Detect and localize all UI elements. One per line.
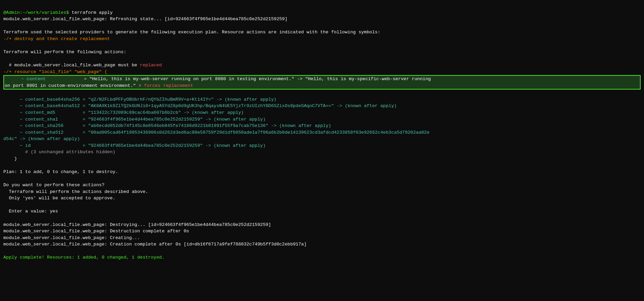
prompt: @Admin:~/work/variables$ — [3, 10, 69, 15]
id-field: ~ id = "924663f4f965e1be4d44bea785c0e252… — [20, 143, 266, 148]
apply-complete: Apply complete! Resources: 1 added, 0 ch… — [3, 255, 165, 260]
destroy-symbol: -/+ destroy and then create replacement — [3, 36, 110, 41]
content-highlighted: ~ content = "Hello, this is my-web-serve… — [3, 75, 641, 90]
must-be-replaced-comment: # module.web_server.local_file.web_page … — [3, 63, 140, 68]
creating-line: module.web_server.local_file.web_page: C… — [3, 235, 140, 240]
content-md5: ~ content_md5 = "113422c732089c89cac64ba… — [20, 110, 244, 115]
command: terraform apply — [69, 10, 113, 15]
creation-complete: module.web_server.local_file.web_page: C… — [3, 242, 306, 247]
destruction-complete: module.web_server.local_file.web_page: D… — [3, 229, 189, 234]
enter-value: Enter a value: yes — [9, 209, 58, 214]
terraform-info: Terraform used the selected providers to… — [3, 30, 380, 35]
replaced-keyword: replaced — [140, 63, 162, 68]
plan-line: Plan: 1 to add, 0 to change, 1 to destro… — [3, 169, 118, 174]
content-sha1: ~ content_sha1 = "924663f4f965e1be4d44be… — [20, 117, 266, 122]
terraform-will-perform: Terraform will perform the actions descr… — [9, 189, 148, 194]
destroying-line: module.web_server.local_file.web_page: D… — [3, 222, 271, 227]
refresh-line: module.web_server.local_file.web_page: R… — [3, 16, 288, 22]
content-base64sha512: ~ content_base64sha512 = "AK0AXK1k8ZlTQ2… — [20, 103, 397, 108]
resource-block: -/+ resource "local_file" "web_page" { — [3, 69, 107, 74]
do-you-want: Do you want to perform these actions? — [3, 182, 105, 188]
content-base64sha256: ~ content_base64sha256 = "q2/N2FLbdPFFyO… — [20, 97, 277, 102]
terminal-output: @Admin:~/work/variables$ terraform apply… — [3, 3, 641, 261]
unchanged-attrs: # (3 unchanged attributes hidden) — [25, 149, 115, 155]
content-sha256: ~ content_sha256 = "ab6ecdd852db74f145c8… — [20, 123, 331, 128]
only-yes: Only 'yes' will be accepted to approve. — [9, 196, 115, 201]
closing-brace: } — [14, 156, 17, 161]
will-perform: Terraform will perform the following act… — [3, 49, 126, 55]
content-sha512: ~ content_sha512 = "00ad005cad64f1995343… — [3, 130, 430, 142]
